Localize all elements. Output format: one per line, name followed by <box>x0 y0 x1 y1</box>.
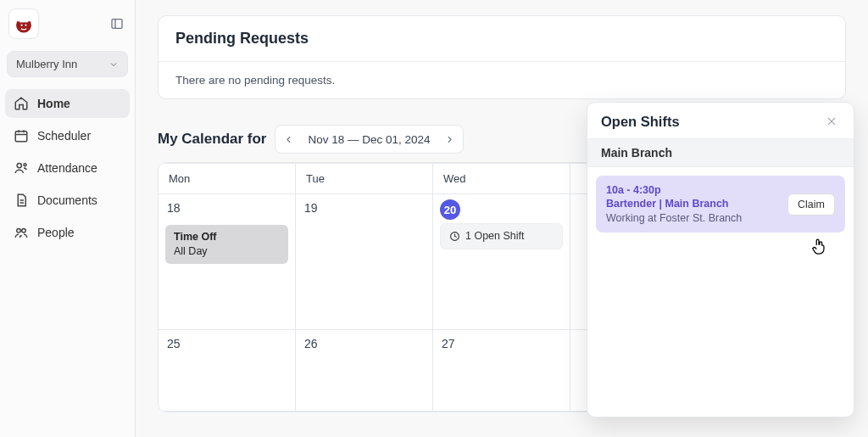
attendance-icon <box>14 160 29 176</box>
panel-branch-header: Main Branch <box>587 138 854 167</box>
nav-scheduler[interactable]: Scheduler <box>5 121 130 150</box>
day-number: 26 <box>296 330 326 357</box>
date-pager: Nov 18 — Dec 01, 2024 <box>275 125 463 154</box>
sidebar-top <box>5 8 130 48</box>
nav-label: Scheduler <box>37 129 91 143</box>
nav-attendance[interactable]: Attendance <box>5 154 130 182</box>
nav-label: People <box>37 226 75 239</box>
nav-documents[interactable]: Documents <box>5 186 130 215</box>
date-range[interactable]: Nov 18 — Dec 01, 2024 <box>301 133 437 146</box>
weekday-header: Mon <box>159 163 296 194</box>
chevron-left-icon <box>283 134 294 145</box>
open-shift-label: 1 Open Shift <box>465 229 525 244</box>
shift-note: Working at Foster St. Branch <box>606 212 742 224</box>
org-switcher[interactable]: Mulberry Inn <box>7 51 128 77</box>
shift-time: 10a - 4:30p <box>606 184 742 196</box>
svg-point-18 <box>22 229 26 233</box>
day-number: 27 <box>433 330 464 357</box>
date-prev-button[interactable] <box>275 126 301 153</box>
day-cell[interactable]: 25 <box>159 330 296 411</box>
day-number: 25 <box>159 330 189 357</box>
pending-empty-text: There are no pending requests. <box>159 62 845 98</box>
sidebar: Mulberry Inn Home Scheduler Attendance D… <box>0 0 136 437</box>
document-icon <box>14 193 29 208</box>
svg-point-13 <box>17 163 21 167</box>
day-cell[interactable]: 20 1 Open Shift <box>433 194 570 329</box>
svg-point-5 <box>21 25 23 26</box>
sidebar-collapse-button[interactable] <box>108 14 126 33</box>
panel-left-icon <box>110 17 124 31</box>
chip-line2: All Day <box>174 244 280 259</box>
weekday-header: Wed <box>433 163 570 194</box>
panel-title: Open Shifts <box>601 114 680 130</box>
day-number-today: 20 <box>440 199 460 220</box>
open-shifts-panel: Open Shifts Main Branch 10a - 4:30p Bart… <box>587 102 854 417</box>
weekday-header: Tue <box>296 163 433 194</box>
chevron-right-icon <box>444 134 455 145</box>
shift-card[interactable]: 10a - 4:30p Bartender | Main Branch Work… <box>596 176 845 233</box>
day-cell[interactable]: 26 <box>296 330 433 411</box>
timeoff-chip[interactable]: Time Off All Day <box>165 225 288 264</box>
app-logo[interactable] <box>8 8 39 39</box>
nav-label: Attendance <box>37 161 97 175</box>
people-icon <box>14 225 29 240</box>
home-icon <box>14 96 29 111</box>
day-cell[interactable]: 18 Time Off All Day <box>159 194 296 329</box>
clock-icon <box>449 231 460 242</box>
nav-home[interactable]: Home <box>5 89 130 118</box>
day-cell[interactable]: 19 <box>296 194 433 329</box>
chip-line1: Time Off <box>174 230 280 244</box>
nav-people[interactable]: People <box>5 218 130 247</box>
svg-rect-4 <box>19 19 28 22</box>
svg-rect-7 <box>112 20 122 29</box>
svg-rect-9 <box>15 132 27 142</box>
date-next-button[interactable] <box>437 126 463 153</box>
calendar-title: My Calendar for <box>158 131 266 148</box>
day-number: 19 <box>296 194 326 221</box>
org-name: Mulberry Inn <box>16 58 77 70</box>
pending-requests-card: Pending Requests There are no pending re… <box>158 15 846 99</box>
nav-label: Documents <box>37 193 97 207</box>
svg-point-6 <box>25 25 26 26</box>
nav-label: Home <box>37 97 70 110</box>
pending-title: Pending Requests <box>159 16 845 62</box>
day-number: 18 <box>159 194 189 221</box>
close-icon <box>826 115 837 127</box>
svg-point-17 <box>17 229 21 233</box>
day-cell[interactable]: 27 <box>433 330 570 411</box>
chevron-down-icon <box>108 59 119 70</box>
open-shift-chip[interactable]: 1 Open Shift <box>440 223 563 249</box>
close-button[interactable] <box>823 113 840 130</box>
claim-button[interactable]: Claim <box>787 193 835 216</box>
calendar-icon <box>14 128 29 143</box>
chef-logo-icon <box>13 13 35 35</box>
svg-point-14 <box>24 164 26 166</box>
shift-role: Bartender | Main Branch <box>606 198 742 210</box>
